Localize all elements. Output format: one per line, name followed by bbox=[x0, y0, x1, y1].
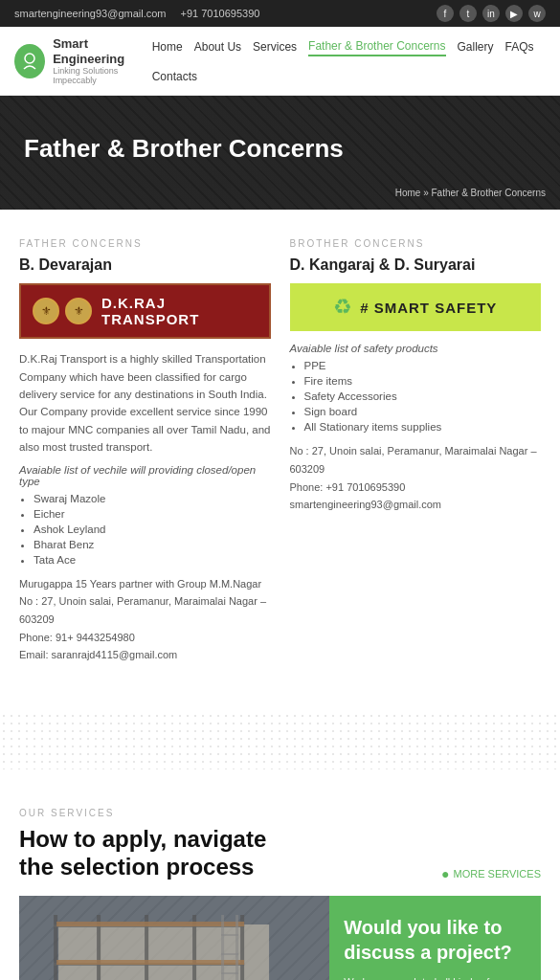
svg-rect-18 bbox=[221, 934, 238, 936]
list-item: Sign board bbox=[304, 406, 542, 417]
youtube-icon[interactable]: ▶ bbox=[505, 5, 523, 22]
services-heading-line1: How to apply, navigate bbox=[19, 826, 266, 852]
svg-rect-19 bbox=[221, 953, 238, 955]
dk-icon-1: ⚜ bbox=[33, 298, 59, 324]
promo-text: We have completed all kinds of projects … bbox=[344, 974, 526, 980]
father-concerns-col: FATHER CONCERNS B. Devarajan ⚜ ⚜ D.K.RAJ… bbox=[19, 238, 271, 664]
svg-rect-20 bbox=[221, 972, 238, 974]
list-item: Bharat Benz bbox=[34, 539, 271, 550]
list-item: PPE bbox=[304, 360, 542, 371]
nav-contacts[interactable]: Contacts bbox=[152, 68, 197, 85]
nav-about[interactable]: About Us bbox=[194, 38, 241, 56]
nav-services[interactable]: Services bbox=[253, 38, 297, 56]
svg-point-0 bbox=[25, 54, 34, 63]
main-content: FATHER CONCERNS B. Devarajan ⚜ ⚜ D.K.RAJ… bbox=[0, 210, 560, 693]
vehicle-list-label: Avaiable list of vechile will providing … bbox=[19, 464, 271, 487]
dots-decoration bbox=[0, 693, 560, 789]
svg-rect-12 bbox=[56, 922, 244, 926]
logo-icon bbox=[14, 44, 45, 78]
bottom-promo: Would you like to discuss a project? We … bbox=[19, 896, 541, 980]
nav-gallery[interactable]: Gallery bbox=[458, 38, 494, 56]
svg-rect-13 bbox=[56, 960, 244, 965]
more-services-link[interactable]: ● MORE SERVICES bbox=[441, 866, 541, 881]
services-heading-line2: the selection process bbox=[19, 854, 254, 880]
safety-products-list: PPE Fire items Safety Accessories Sign b… bbox=[290, 360, 542, 433]
nav-home[interactable]: Home bbox=[152, 38, 183, 56]
breadcrumb: Home » Father & Brother Concerns bbox=[395, 188, 546, 198]
dots-pattern bbox=[0, 712, 560, 769]
services-label: OUR SERVICES bbox=[19, 808, 541, 818]
twitter-icon[interactable]: t bbox=[459, 5, 477, 22]
list-item: Tata Ace bbox=[34, 554, 271, 566]
brother-address: No : 27, Unoin salai, Peramanur, Maraima… bbox=[290, 442, 542, 478]
header: Smart Engineering Linking Solutions Impe… bbox=[0, 27, 560, 96]
partner-text: Murugappa 15 Years partner with Group M.… bbox=[19, 575, 271, 593]
svg-rect-17 bbox=[235, 915, 238, 980]
dk-icons: ⚜ ⚜ bbox=[33, 298, 92, 324]
services-section: OUR SERVICES How to apply, navigate the … bbox=[0, 789, 560, 980]
brother-concerns-col: BROTHER CONCERNS D. Kangaraj & D. Suryar… bbox=[290, 238, 542, 664]
promo-box: Would you like to discuss a project? We … bbox=[329, 896, 541, 980]
brother-section-label: BROTHER CONCERNS bbox=[290, 238, 542, 249]
father-section-label: FATHER CONCERNS bbox=[19, 238, 271, 249]
list-item: Swaraj Mazole bbox=[34, 493, 271, 504]
father-email: Email: saranrajd4115@gmail.com bbox=[19, 646, 271, 664]
list-item: Safety Accessories bbox=[304, 390, 542, 402]
brother-contact: No : 27, Unoin salai, Peramanur, Maraima… bbox=[290, 442, 542, 514]
logo-name-block: Smart Engineering Linking Solutions Impe… bbox=[53, 36, 152, 85]
svg-rect-16 bbox=[221, 915, 224, 980]
logo-name: Smart Engineering bbox=[53, 36, 152, 66]
smart-safety-icon: ♻ bbox=[333, 295, 352, 320]
list-item: Fire items bbox=[304, 375, 542, 387]
promo-heading: Would you like to discuss a project? bbox=[344, 915, 526, 965]
list-item: Ashok Leyland bbox=[34, 523, 271, 535]
logo[interactable]: Smart Engineering Linking Solutions Impe… bbox=[14, 36, 152, 85]
dk-raj-logo: ⚜ ⚜ D.K.RAJ TRANSPORT bbox=[19, 283, 271, 339]
smart-safety-name: # SMART SAFETY bbox=[360, 300, 497, 316]
safety-list-label: Avaiable list of safety products bbox=[290, 343, 542, 354]
father-address: No : 27, Unoin salai, Peramanur, Maraima… bbox=[19, 592, 271, 628]
whatsapp-icon[interactable]: w bbox=[528, 5, 546, 22]
two-column-layout: FATHER CONCERNS B. Devarajan ⚜ ⚜ D.K.RAJ… bbox=[19, 238, 541, 664]
list-item: Eicher bbox=[34, 508, 271, 520]
top-bar: smartengineering93@gmail.com +91 7010695… bbox=[0, 0, 560, 27]
facebook-icon[interactable]: f bbox=[437, 5, 454, 22]
smart-safety-logo: ♻ # SMART SAFETY bbox=[290, 283, 542, 331]
top-bar-contact: smartengineering93@gmail.com +91 7010695… bbox=[14, 8, 259, 19]
services-heading: How to apply, navigate the selection pro… bbox=[19, 826, 266, 881]
father-phone: Phone: 91+ 9443254980 bbox=[19, 629, 271, 647]
vehicle-list: Swaraj Mazole Eicher Ashok Leyland Bhara… bbox=[19, 493, 271, 566]
phone-text: +91 7010695390 bbox=[181, 8, 260, 19]
nav: Home About Us Services Father & Brother … bbox=[152, 37, 546, 85]
father-person-name: B. Devarajan bbox=[19, 256, 271, 274]
email-text: smartengineering93@gmail.com bbox=[14, 8, 167, 19]
dk-company-name: D.K.RAJ TRANSPORT bbox=[101, 295, 258, 327]
list-item: All Stationary items supplies bbox=[304, 421, 542, 433]
nav-father-brother[interactable]: Father & Brother Concerns bbox=[308, 37, 445, 56]
dk-icon-2: ⚜ bbox=[65, 298, 92, 324]
brother-email: smartengineering93@gmail.com bbox=[290, 496, 542, 514]
hero-section: Father & Brother Concerns Home » Father … bbox=[0, 96, 560, 210]
linkedin-icon[interactable]: in bbox=[482, 5, 500, 22]
social-icons: f t in ▶ w bbox=[437, 5, 546, 22]
more-services-icon: ● bbox=[441, 866, 449, 881]
construction-image bbox=[19, 896, 329, 980]
scaffolding-svg bbox=[19, 896, 329, 980]
brother-person-name: D. Kangaraj & D. Suryarai bbox=[290, 256, 542, 274]
logo-tagline: Linking Solutions Impeccably bbox=[53, 66, 152, 85]
brother-phone: Phone: +91 7010695390 bbox=[290, 479, 542, 497]
father-contact: Murugappa 15 Years partner with Group M.… bbox=[19, 575, 271, 664]
services-header: How to apply, navigate the selection pro… bbox=[19, 826, 541, 881]
more-services-label: MORE SERVICES bbox=[454, 868, 542, 880]
nav-faqs[interactable]: FAQs bbox=[505, 38, 534, 56]
father-description: D.K.Raj Transport is a highly skilled Tr… bbox=[19, 350, 271, 456]
hero-title: Father & Brother Concerns bbox=[24, 134, 536, 164]
